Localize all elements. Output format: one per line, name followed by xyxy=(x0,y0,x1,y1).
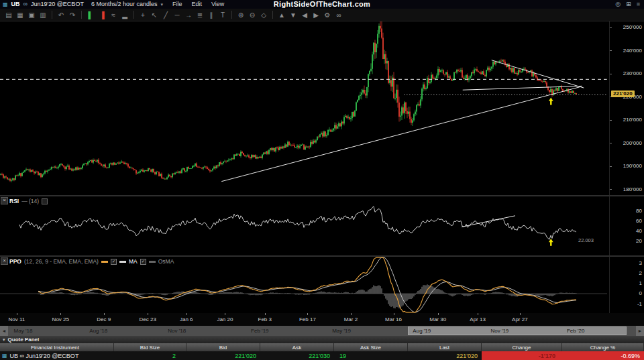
scrollbar-date-label: Aug '19 xyxy=(413,328,431,334)
timeframe-dropdown[interactable]: 6 Months/2 hour candles xyxy=(91,0,158,9)
date-axis-label: Jan 6 xyxy=(180,316,193,322)
col-ask-size: Ask Size xyxy=(334,343,408,351)
channel-icon[interactable]: ∥ xyxy=(207,10,216,19)
settings-icon[interactable]: ⚙ xyxy=(323,10,332,19)
date-tick xyxy=(104,313,105,315)
hand-tool-icon[interactable]: ◇ xyxy=(259,10,268,19)
price-axis[interactable]: 221'020 250'000240'000230'000220'000210'… xyxy=(609,21,644,195)
col-bid: Bid xyxy=(186,343,260,351)
rsi-axis[interactable]: 80604020 xyxy=(609,196,644,255)
print-icon[interactable]: ▥ xyxy=(38,10,48,19)
toolbar-separator xyxy=(81,11,82,19)
scrollbar-track[interactable]: May '18Aug '18Nov '18Feb '19May '19Aug '… xyxy=(8,326,636,336)
zoom-in-icon[interactable]: ⊕ xyxy=(236,10,246,19)
date-tick xyxy=(478,313,478,315)
ask-size-value: 19 xyxy=(334,351,408,360)
scrollbar-date-label: May '18 xyxy=(14,328,33,334)
fibonacci-icon[interactable]: ≣ xyxy=(195,10,205,19)
horizontal-scrollbar[interactable]: ◄ May '18Aug '18Nov '18Feb '19May '19Aug… xyxy=(0,326,644,336)
scroll-right-button[interactable]: ► xyxy=(636,326,644,336)
osma-label: OsMA xyxy=(158,258,174,265)
price-chart-canvas[interactable] xyxy=(0,21,609,195)
trendline-icon[interactable]: ╱ xyxy=(161,10,170,19)
menu-edit[interactable]: Edit xyxy=(191,0,202,9)
ppo-visibility-checkbox[interactable]: ✓ xyxy=(111,259,117,265)
quote-panel-header[interactable]: ▾ Quote Panel xyxy=(0,336,644,343)
window-grid-icon[interactable]: ⊞ xyxy=(626,0,631,9)
scroll-right-icon[interactable]: ▶ xyxy=(311,10,321,19)
date-axis-label: Nov 25 xyxy=(52,316,69,322)
quote-row[interactable]: ▦ UB ∞ Jun19'20 @ECBOT 2 221'020 221'030… xyxy=(0,351,644,360)
window-menu-icon[interactable]: ≡ xyxy=(637,0,640,9)
col-bid-size: Bid Size xyxy=(114,343,186,351)
zoom-out-icon[interactable]: ⊖ xyxy=(248,10,257,19)
col-change: Change xyxy=(482,343,562,351)
rsi-settings-button[interactable] xyxy=(42,198,48,204)
undo-icon[interactable]: ↶ xyxy=(56,10,66,19)
save-icon[interactable]: ▣ xyxy=(27,10,36,19)
line-chart-icon[interactable]: ≈ xyxy=(109,10,118,19)
collapse-triangle-icon[interactable]: ▾ xyxy=(3,337,5,343)
scrollbar-date-label: Feb '20 xyxy=(567,328,584,334)
ask-value: 221'030 xyxy=(260,351,334,360)
ppo-axis-label: -1 xyxy=(637,301,642,307)
text-tool-icon[interactable]: T xyxy=(218,10,227,19)
horizontal-line-icon[interactable]: ─ xyxy=(172,10,182,19)
quote-column-headers: Financial Instrument Bid Size Bid Ask As… xyxy=(0,343,644,351)
symbol-label: UB xyxy=(11,0,20,9)
ppo-chart-canvas[interactable] xyxy=(0,257,609,313)
rsi-axis-label: 40 xyxy=(636,228,642,234)
menu-view[interactable]: View xyxy=(211,0,224,9)
link-symbol-icon[interactable]: ∞ xyxy=(334,10,343,19)
date-axis-label: Feb 3 xyxy=(258,316,272,322)
date-tick xyxy=(394,313,394,315)
toolbar-separator xyxy=(272,11,273,19)
new-chart-icon[interactable]: ▦ xyxy=(15,10,25,19)
crosshair-icon[interactable]: + xyxy=(138,10,148,19)
ppo-axis-label: 2 xyxy=(639,270,642,276)
rsi-chart-canvas[interactable] xyxy=(0,196,609,255)
bar-chart-icon[interactable]: ▐ xyxy=(97,10,107,19)
close-rsi-button[interactable]: × xyxy=(1,197,8,204)
osma-swatch xyxy=(149,261,156,263)
date-axis-label: Dec 23 xyxy=(139,316,156,322)
timeframe-up-icon[interactable]: ▲ xyxy=(277,10,286,19)
scroll-left-button[interactable]: ◄ xyxy=(0,326,8,336)
date-axis-label: Apr 13 xyxy=(470,316,486,322)
histogram-icon[interactable]: ▂ xyxy=(120,10,129,19)
timeframe-down-icon[interactable]: ▼ xyxy=(288,10,298,19)
date-axis-label: Apr 27 xyxy=(512,316,528,322)
scrollbar-thumb[interactable] xyxy=(408,326,627,335)
rsi-axis-label: 20 xyxy=(636,238,642,244)
ppo-title: PPO xyxy=(9,258,21,265)
date-axis[interactable]: Nov 11Nov 25Dec 9Dec 23Jan 6Jan 20Feb 3F… xyxy=(0,313,644,326)
date-tick xyxy=(60,313,61,315)
toolbar-separator xyxy=(52,11,52,19)
date-tick xyxy=(351,313,352,315)
ma-visibility-checkbox[interactable]: ✓ xyxy=(140,259,146,265)
rsi-title: RSI xyxy=(9,198,19,204)
open-chart-icon[interactable]: ▤ xyxy=(4,10,13,19)
date-axis-label: Mar 16 xyxy=(385,316,402,322)
date-axis-label: Jan 20 xyxy=(217,316,233,322)
scroll-left-icon[interactable]: ◀ xyxy=(300,10,309,19)
find-symbol-icon[interactable]: ◎ xyxy=(615,0,621,9)
trading-platform-window: ▦ UB ∞ Jun19'20 @ECBOT 6 Months/2 hour c… xyxy=(0,0,644,360)
pointer-icon[interactable]: ↖ xyxy=(150,10,159,19)
scrollbar-date-label: Nov '18 xyxy=(168,328,186,334)
ppo-axis-label: 3 xyxy=(639,260,642,266)
main-toolbar: ▤▦▣▥↶↷▌▐≈▂+↖╱─→≣∥T⊕⊖◇▲▼◀▶⚙∞ xyxy=(0,9,644,21)
rsi-axis-label: 80 xyxy=(636,208,642,214)
redo-icon[interactable]: ↷ xyxy=(68,10,77,19)
ppo-axis[interactable]: 3210-1 xyxy=(609,257,644,313)
menu-file[interactable]: File xyxy=(172,0,182,9)
candlestick-chart-icon[interactable]: ▌ xyxy=(86,10,95,19)
close-ppo-button[interactable]: × xyxy=(1,257,8,265)
instrument-name: UB ∞ Jun19'20 @ECBOT xyxy=(10,353,79,359)
chevron-down-icon[interactable]: ▾ xyxy=(160,0,163,9)
price-axis-label: 200'000 xyxy=(623,140,642,146)
date-axis-label: Nov 11 xyxy=(9,316,25,322)
scrollbar-date-label: Feb '19 xyxy=(251,328,268,334)
ray-icon[interactable]: → xyxy=(184,10,193,19)
rsi-pane: × RSI — (14) 80604020 22.003 xyxy=(0,196,644,255)
